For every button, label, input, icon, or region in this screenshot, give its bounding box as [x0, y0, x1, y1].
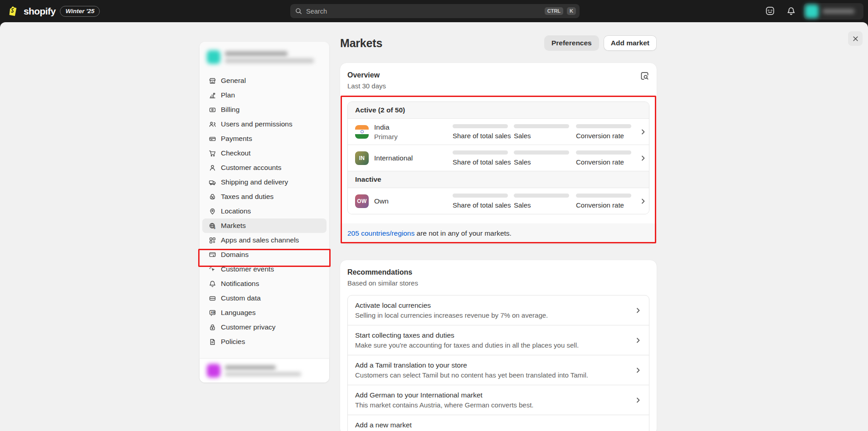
truck-icon — [209, 179, 216, 186]
metric-share-of-total-sales: Share of total sales — [453, 194, 514, 209]
chevron-right-icon — [639, 198, 647, 205]
markets-table: Active (2 of 50) India Primary Share — [347, 102, 649, 214]
sidebar-item-shipping-and-delivery[interactable]: Shipping and delivery — [202, 175, 327, 189]
store-name-redacted — [225, 51, 314, 63]
sidebar-item-languages[interactable]: A Languages — [202, 305, 327, 320]
recommendation-tamil-translation[interactable]: Add a Tamil translation to your store Cu… — [348, 355, 649, 385]
user-avatar — [207, 364, 220, 378]
custom-data-icon — [209, 295, 216, 302]
document-icon — [209, 338, 216, 346]
chevron-right-icon — [634, 337, 642, 344]
market-row-india[interactable]: India Primary Share of total sales Sales — [348, 118, 649, 145]
metric-conversion-rate: Conversion rate — [576, 194, 639, 209]
metric-sales: Sales — [514, 150, 576, 166]
settings-nav-list: General Plan Billing Users and permissio… — [200, 71, 329, 349]
sidekick-icon[interactable] — [765, 5, 775, 16]
skeleton-bar — [453, 150, 508, 155]
svg-text:$: $ — [214, 226, 216, 230]
international-badge: IN — [355, 151, 369, 165]
chevron-right-icon — [634, 397, 642, 404]
sidebar-item-checkout[interactable]: Checkout — [202, 146, 327, 160]
search-icon — [295, 7, 302, 15]
lock-icon — [209, 324, 216, 331]
overview-title: Overview — [347, 70, 649, 80]
search-placeholder: Search — [306, 8, 541, 15]
sidebar-item-customer-accounts[interactable]: Customer accounts — [202, 160, 327, 175]
market-row-international[interactable]: IN International Share of total sales Sa… — [348, 145, 649, 171]
recommendations-title: Recommendations — [347, 267, 649, 277]
recommendation-activate-local-currencies[interactable]: Activate local currencies Selling in loc… — [348, 295, 649, 325]
recommendation-add-german[interactable]: Add German to your International market … — [348, 385, 649, 415]
avatar — [207, 50, 220, 64]
recommendations-card: Recommendations Based on similar stores … — [340, 260, 657, 431]
metric-sales: Sales — [514, 124, 576, 140]
sidebar-item-notifications[interactable]: Notifications — [202, 276, 327, 291]
inactive-section-header: Inactive — [348, 171, 649, 188]
kbd-ctrl: CTRL — [545, 7, 563, 15]
sidebar-item-general[interactable]: General — [202, 73, 327, 88]
countries-regions-link[interactable]: 205 countries/regions — [347, 229, 414, 237]
page-header: Markets Preferences Add market — [340, 34, 657, 52]
store-account-chip[interactable] — [804, 3, 863, 19]
sidebar-item-billing[interactable]: Billing — [202, 102, 327, 117]
sidebar-user-footer[interactable] — [200, 359, 329, 383]
skeleton-bar — [514, 194, 569, 198]
india-flag-icon — [355, 125, 369, 139]
metric-sales: Sales — [514, 194, 576, 209]
skeleton-bar — [576, 150, 631, 155]
user-name-redacted — [225, 365, 301, 376]
bell-icon — [209, 280, 216, 288]
sidebar-item-policies[interactable]: Policies — [202, 334, 327, 349]
map-pin-icon — [209, 208, 216, 215]
sidebar-item-payments[interactable]: Payments — [202, 131, 327, 146]
add-market-button[interactable]: Add market — [604, 35, 657, 51]
skeleton-bar — [514, 150, 569, 155]
main-content: Markets Preferences Add market Overview … — [340, 34, 657, 431]
recommendation-collect-taxes[interactable]: Start collecting taxes and duties Make s… — [348, 325, 649, 355]
overview-subtitle: Last 30 days — [347, 81, 649, 91]
skeleton-bar — [576, 194, 631, 198]
shopify-logo-icon — [7, 5, 19, 18]
domains-icon — [209, 251, 216, 259]
edition-badge[interactable]: Winter '25 — [60, 6, 100, 17]
metric-share-of-total-sales: Share of total sales — [453, 124, 514, 140]
report-magnifier-icon — [640, 71, 649, 81]
plan-chart-icon — [209, 92, 216, 99]
users-icon — [209, 121, 216, 128]
close-button[interactable] — [848, 31, 863, 46]
chevron-right-icon — [639, 155, 647, 162]
store-name-redacted — [823, 9, 854, 14]
sidebar-store-header — [200, 42, 329, 71]
sidebar-item-plan[interactable]: Plan — [202, 88, 327, 102]
sidebar-item-customer-privacy[interactable]: Customer privacy — [202, 320, 327, 334]
payments-icon — [209, 135, 216, 143]
globe-dollar-icon: $ — [209, 222, 216, 230]
sidebar-item-apps-and-sales-channels[interactable]: Apps and sales channels — [202, 233, 327, 247]
sidebar-item-locations[interactable]: Locations — [202, 204, 327, 218]
recommendations-list: Activate local currencies Selling in loc… — [347, 295, 649, 431]
search-input[interactable]: Search CTRL K — [290, 4, 580, 18]
notifications-bell-icon[interactable] — [785, 5, 796, 16]
footer-text: are not in any of your markets. — [414, 229, 512, 237]
sidebar-item-markets[interactable]: $ Markets — [202, 218, 327, 233]
person-icon — [209, 164, 216, 172]
skeleton-bar — [514, 124, 569, 128]
store-avatar — [805, 5, 819, 18]
sidebar-item-custom-data[interactable]: Custom data — [202, 291, 327, 305]
svg-text:A: A — [210, 310, 213, 315]
metric-conversion-rate: Conversion rate — [576, 124, 639, 140]
overview-header: Overview Last 30 days — [340, 63, 657, 91]
recommendations-subtitle: Based on similar stores — [347, 278, 649, 288]
overview-card: Overview Last 30 days Active (2 of 50) — [340, 63, 657, 244]
preferences-button[interactable]: Preferences — [544, 35, 599, 51]
sidebar-item-taxes-and-duties[interactable]: Taxes and duties — [202, 189, 327, 204]
recommendation-add-market[interactable]: Add a new market — [348, 415, 649, 431]
view-report-button[interactable] — [639, 70, 650, 82]
metric-conversion-rate: Conversion rate — [576, 150, 639, 166]
sidebar-item-customer-events[interactable]: Customer events — [202, 262, 327, 276]
market-row-own[interactable]: OW Own Share of total sales Sales — [348, 188, 649, 214]
skeleton-bar — [576, 124, 631, 128]
sidebar-item-domains[interactable]: Domains — [202, 247, 327, 262]
sidebar-item-users-and-permissions[interactable]: Users and permissions — [202, 117, 327, 131]
billing-icon — [209, 106, 216, 114]
